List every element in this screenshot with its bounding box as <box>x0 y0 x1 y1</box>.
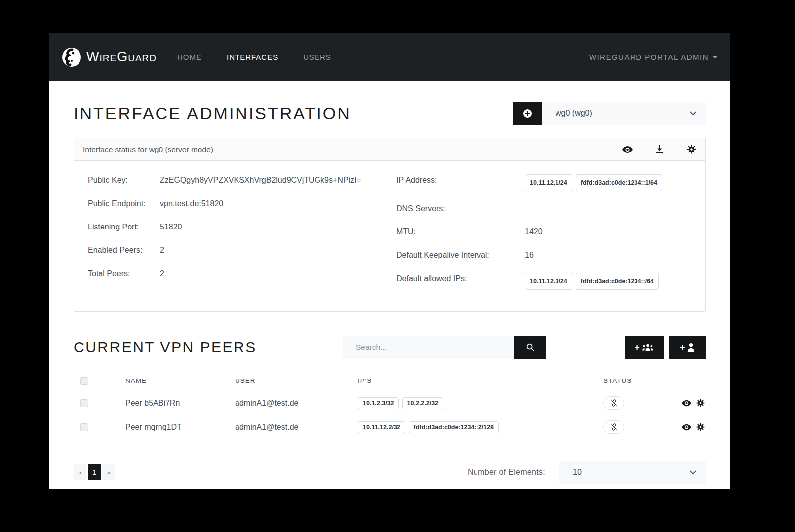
add-peer-button[interactable]: + <box>669 336 706 359</box>
status-badge <box>603 396 624 410</box>
add-multiple-peers-button[interactable]: + <box>625 336 664 359</box>
field-mtu: MTU: 1420 <box>397 226 705 238</box>
public-key-value: ZzEGQgyh8yVPZXVKSXhVrgB2lud9CVjTUGk9s+NP… <box>160 174 361 186</box>
page-size-value: 10 <box>573 468 689 477</box>
view-peer-button[interactable] <box>682 399 691 407</box>
search-input[interactable] <box>343 336 514 359</box>
add-interface-button[interactable] <box>513 102 542 125</box>
link-slash-icon <box>610 423 618 431</box>
eye-icon <box>622 146 633 153</box>
peers-section-title: CURRENT VPN PEERS <box>74 339 257 356</box>
mtu-value: 1420 <box>525 226 543 238</box>
field-label: Public Key: <box>88 174 160 186</box>
ip-badge: 10.11.12.0/24 <box>525 273 572 290</box>
user-menu-label: WIREGUARD PORTAL ADMIN <box>589 53 709 61</box>
field-label: Total Peers: <box>88 268 160 280</box>
gear-icon <box>696 399 705 407</box>
total-peers-value: 2 <box>160 268 164 280</box>
field-label: IP Address: <box>397 174 525 191</box>
interface-status-card: Interface status for wg0 (server mode) <box>74 138 706 312</box>
ip-badge: fdfd:d3ad:c0de:1234::/64 <box>576 273 659 290</box>
brand[interactable]: WireGuard <box>62 47 157 67</box>
user-icon <box>687 343 695 352</box>
table-row: Peer mqrnq1DT adminA1@test.de 10.11.12.2… <box>74 415 706 439</box>
field-ip-address: IP Address: 10.11.12.1/24 fdfd:d3ad:c0de… <box>397 174 705 191</box>
select-all-checkbox[interactable] <box>80 377 88 385</box>
row-checkbox[interactable] <box>80 399 88 407</box>
field-allowed-ips: Default allowed IPs: 10.11.12.0/24 fdfd:… <box>397 273 705 290</box>
field-public-key: Public Key: ZzEGQgyh8yVPZXVKSXhVrgB2lud9… <box>88 174 397 186</box>
nav-links: HOME INTERFACES USERS <box>177 53 331 61</box>
column-header-name: NAME <box>125 377 235 384</box>
link-slash-icon <box>610 399 618 407</box>
field-enabled-peers: Enabled Peers: 2 <box>88 244 397 256</box>
field-label: DNS Servers: <box>397 203 525 215</box>
page-title: INTERFACE ADMINISTRATION <box>74 104 351 123</box>
status-card-title: Interface status for wg0 (server mode) <box>83 145 213 154</box>
users-group-icon <box>641 343 654 352</box>
nav-item-users[interactable]: USERS <box>303 53 331 61</box>
field-dns-servers: DNS Servers: <box>397 203 705 215</box>
peer-settings-button[interactable] <box>696 423 705 431</box>
caret-down-icon <box>713 56 717 59</box>
keepalive-value: 16 <box>525 249 534 261</box>
public-endpoint-value: vpn.test.de:51820 <box>160 198 223 210</box>
peer-user: adminA1@test.de <box>235 423 358 432</box>
navbar: WireGuard HOME INTERFACES USERS WIREGUAR… <box>49 33 730 81</box>
eye-icon <box>682 400 691 407</box>
table-row: Peer b5ABi7Rn adminA1@test.de 10.1.2.3/3… <box>74 391 706 415</box>
ip-badge: 10.11.12.1/24 <box>525 174 572 191</box>
pagination-page-1-button[interactable]: 1 <box>88 464 101 480</box>
chevron-down-icon <box>689 470 697 475</box>
field-listening-port: Listening Port: 51820 <box>88 221 397 233</box>
table-footer-divider <box>74 439 706 453</box>
download-icon <box>655 145 664 154</box>
ip-badge: 10.2.2.2/32 <box>402 397 444 409</box>
field-total-peers: Total Peers: 2 <box>88 268 397 280</box>
brand-name: WireGuard <box>86 49 157 65</box>
field-label: Default Keepalive Interval: <box>397 249 525 261</box>
field-label: Default allowed IPs: <box>397 273 525 290</box>
nav-item-interfaces[interactable]: INTERFACES <box>227 53 278 61</box>
interface-settings-button[interactable] <box>687 145 696 154</box>
interface-select[interactable]: wg0 (wg0) <box>542 102 706 125</box>
interface-select-value: wg0 (wg0) <box>556 109 689 118</box>
plus-icon: + <box>635 343 640 352</box>
field-label: Listening Port: <box>88 221 160 233</box>
ip-badge: 10.1.2.3/32 <box>358 397 399 409</box>
listening-port-value: 51820 <box>160 221 182 233</box>
ip-badge: fdfd:d3ad:c0de:1234::2/128 <box>409 421 499 433</box>
column-header-user: USER <box>235 377 358 384</box>
row-checkbox[interactable] <box>80 423 88 431</box>
field-label: MTU: <box>397 226 525 238</box>
status-badge <box>603 420 624 434</box>
plus-circle-icon <box>523 109 532 118</box>
download-config-button[interactable] <box>655 145 664 154</box>
wireguard-logo-icon <box>62 47 81 67</box>
field-label: Public Endpoint: <box>88 198 160 210</box>
pagination: « 1 » <box>74 464 115 480</box>
user-menu-dropdown[interactable]: WIREGUARD PORTAL ADMIN <box>589 53 717 61</box>
field-public-endpoint: Public Endpoint: vpn.test.de:51820 <box>88 198 397 210</box>
page-size-select[interactable]: 10 <box>559 461 706 484</box>
ip-badge: 10.11.12.2/32 <box>358 421 405 433</box>
pagination-prev-button[interactable]: « <box>74 464 86 480</box>
field-keepalive: Default Keepalive Interval: 16 <box>397 249 705 261</box>
elements-label: Number of Elements: <box>468 468 545 477</box>
enabled-peers-value: 2 <box>160 244 164 256</box>
gear-icon <box>687 145 696 154</box>
peer-name: Peer mqrnq1DT <box>125 423 235 432</box>
eye-icon <box>682 424 691 431</box>
search-icon <box>526 343 535 352</box>
main-content: INTERFACE ADMINISTRATION wg0 (wg0) <box>49 81 730 489</box>
peer-settings-button[interactable] <box>696 399 705 407</box>
wireguard-portal-app: WireGuard HOME INTERFACES USERS WIREGUAR… <box>49 33 730 489</box>
view-config-button[interactable] <box>622 145 633 154</box>
pagination-next-button[interactable]: » <box>102 464 115 480</box>
search-button[interactable] <box>514 336 546 359</box>
view-peer-button[interactable] <box>682 423 691 431</box>
field-label: Enabled Peers: <box>88 244 160 256</box>
nav-item-home[interactable]: HOME <box>177 53 202 61</box>
peers-table: NAME USER IP'S STATUS Peer b5ABi7Rn admi… <box>74 371 706 453</box>
peer-user: adminA1@test.de <box>235 399 358 408</box>
